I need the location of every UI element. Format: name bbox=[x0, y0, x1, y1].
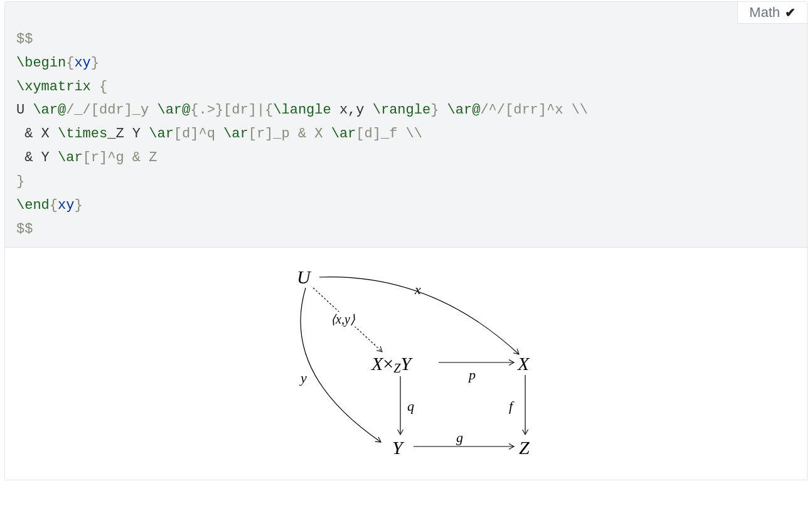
label-x: x bbox=[415, 282, 421, 298]
code-line-9: $$ bbox=[16, 221, 33, 237]
node-U: U bbox=[297, 267, 311, 288]
label-f: f bbox=[509, 398, 513, 414]
commutative-diagram: U X×ZY X Y Z x y ⟨x,y⟩ p q f g bbox=[268, 260, 544, 467]
tab-label: Math bbox=[749, 4, 780, 21]
math-tab[interactable]: Math ✔ bbox=[737, 2, 807, 24]
code-line-8: \end{xy} bbox=[16, 198, 83, 213]
code-line-5: & X \times_Z Y \ar[d]^q \ar[r]_p & X \ar… bbox=[16, 126, 422, 142]
node-XtimesZY: X×ZY bbox=[371, 353, 411, 376]
node-Y: Y bbox=[392, 437, 403, 458]
code-line-2: \begin{xy} bbox=[16, 55, 99, 71]
label-g: g bbox=[456, 430, 463, 446]
label-xy: ⟨x,y⟩ bbox=[329, 312, 356, 327]
code-line-3: \xymatrix { bbox=[16, 79, 107, 95]
node-X: X bbox=[518, 353, 529, 374]
latex-source: $$ \begin{xy} \xymatrix { U \ar@/_/[ddr]… bbox=[5, 24, 807, 247]
label-y: y bbox=[301, 370, 307, 386]
code-line-7: } bbox=[16, 174, 24, 189]
code-line-1: $$ bbox=[16, 31, 33, 47]
label-q: q bbox=[407, 398, 414, 414]
label-p: p bbox=[469, 367, 476, 383]
code-line-6: & Y \ar[r]^g & Z bbox=[16, 150, 157, 166]
check-icon: ✔ bbox=[785, 5, 796, 20]
example-container: Math ✔ $$ \begin{xy} \xymatrix { U \ar@/… bbox=[4, 1, 808, 480]
node-Z: Z bbox=[519, 437, 530, 458]
header-bar: Math ✔ bbox=[5, 2, 807, 24]
code-line-4: U \ar@/_/[ddr]_y \ar@{.>}[dr]|{\langle x… bbox=[16, 102, 588, 118]
rendered-output: U X×ZY X Y Z x y ⟨x,y⟩ p q f g bbox=[5, 247, 807, 480]
